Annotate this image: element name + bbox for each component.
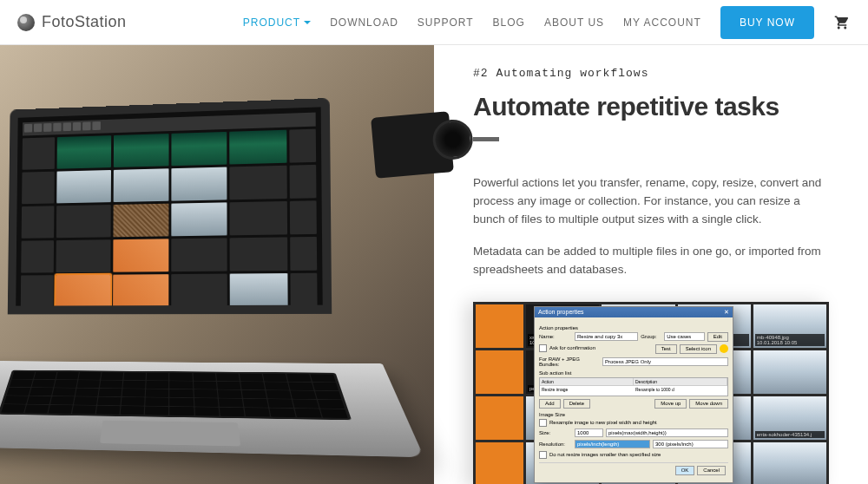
nav-account[interactable]: MY ACCOUNT xyxy=(623,16,701,29)
nav-blog[interactable]: BLOG xyxy=(493,16,525,29)
buy-now-button[interactable]: BUY NOW xyxy=(720,6,814,39)
res-select[interactable]: pixels/inch(length) xyxy=(575,440,650,448)
raw-label: For RAW + JPEG Bundles: xyxy=(539,356,600,367)
site-header: FotoStation PRODUCT DOWNLOAD SUPPORT BLO… xyxy=(0,0,868,45)
hero-image xyxy=(0,45,434,484)
paragraph-2: Metadata can be added to multiple files … xyxy=(473,243,829,279)
cart-icon[interactable] xyxy=(833,15,851,30)
nav-about[interactable]: ABOUT US xyxy=(544,16,604,29)
section-eyebrow: #2 Automating workflows xyxy=(473,67,829,80)
action-icon xyxy=(720,344,728,353)
dialog-title-text: Action properties xyxy=(538,309,584,316)
nav-support[interactable]: SUPPORT xyxy=(418,16,474,29)
size-input[interactable]: 1000 xyxy=(575,428,603,437)
resample-checkbox[interactable]: Resample image to new pixel width and he… xyxy=(539,419,728,427)
size-unit-select[interactable]: pixels(max(width,height)) xyxy=(606,428,728,437)
add-button[interactable]: Add xyxy=(539,399,561,409)
select-icon-button[interactable]: Select icon xyxy=(680,344,717,354)
action-properties-dialog: Action properties ✕ Action properties Na… xyxy=(534,306,733,483)
raw-select[interactable]: Process JPEG Only xyxy=(602,357,728,366)
name-input[interactable]: Resize and copy 3x xyxy=(575,332,638,341)
no-resize-smaller-checkbox[interactable]: Do not resize images smaller than specif… xyxy=(539,451,728,459)
logo-icon xyxy=(17,14,35,31)
main-nav: PRODUCT DOWNLOAD SUPPORT BLOG ABOUT US M… xyxy=(243,6,851,39)
page-title: Automate repetitive tasks xyxy=(473,92,829,121)
delete-button[interactable]: Delete xyxy=(563,399,590,409)
ask-confirmation-checkbox[interactable]: Ask for confirmation xyxy=(539,344,595,352)
res-value-input[interactable]: 300 (pixels/inch) xyxy=(653,440,728,448)
close-icon[interactable]: ✕ xyxy=(724,309,729,316)
chevron-down-icon xyxy=(304,21,311,24)
movedown-button[interactable]: Move down xyxy=(689,399,728,409)
image-size-label: Image Size xyxy=(539,412,728,417)
laptop-mockup xyxy=(0,95,420,400)
edit-button[interactable]: Edit xyxy=(707,332,728,342)
group-select[interactable]: Use cases xyxy=(664,332,704,341)
logo-text: FotoStation xyxy=(42,13,127,31)
paragraph-1: Powerful actions let you transfer, renam… xyxy=(473,174,829,229)
nav-product[interactable]: PRODUCT xyxy=(243,16,311,29)
name-label: Name: xyxy=(539,334,572,339)
group-label: Group: xyxy=(641,334,661,339)
dialog-titlebar[interactable]: Action properties ✕ xyxy=(535,307,733,317)
size-label: Size: xyxy=(539,430,572,435)
section-label: Action properties xyxy=(539,325,728,330)
screenshot-dialog: xshore-fortoduem-3010.01.2018 10:11 -mor… xyxy=(473,302,829,484)
res-label: Resolution: xyxy=(539,441,572,447)
nav-download[interactable]: DOWNLOAD xyxy=(330,16,398,29)
main-content: #2 Automating workflows Automate repetit… xyxy=(0,45,868,484)
logo[interactable]: FotoStation xyxy=(17,13,127,31)
sub-action-label: Sub action list xyxy=(539,370,728,376)
content-column: #2 Automating workflows Automate repetit… xyxy=(434,45,868,484)
moveup-button[interactable]: Move up xyxy=(654,399,687,409)
ok-button[interactable]: OK xyxy=(675,466,695,475)
test-button[interactable]: Test xyxy=(655,344,677,354)
cancel-button[interactable]: Cancel xyxy=(697,466,726,475)
sub-action-table[interactable]: ActionDescription Resize imageResample t… xyxy=(539,377,728,396)
title-divider xyxy=(473,137,499,141)
